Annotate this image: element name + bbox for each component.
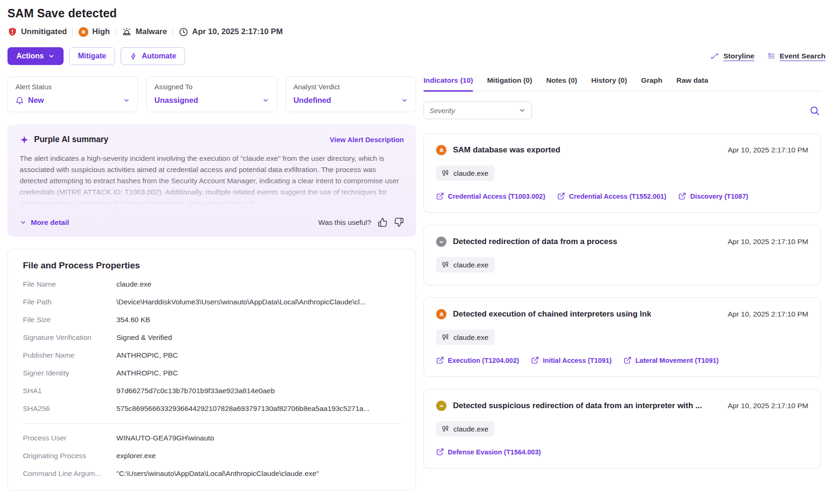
detection-time: Apr 10, 2025 2:17:10 PM xyxy=(192,27,283,36)
event-search-link[interactable]: Event Search xyxy=(767,51,826,61)
chevron-down-icon xyxy=(262,97,269,104)
indicator-card[interactable]: Detected suspicious redirection of data … xyxy=(424,389,821,468)
indicator-timestamp: Apr 10, 2025 2:17:10 PM xyxy=(728,310,808,318)
alert-status-value: New xyxy=(28,96,44,105)
property-row-originating-process: Originating Process explorer.exe xyxy=(17,447,406,465)
more-detail-toggle[interactable]: More detail xyxy=(20,218,69,227)
process-chip-label: claude.exe xyxy=(453,333,488,342)
indicator-title: SAM database was exported xyxy=(453,145,721,155)
mitigate-button[interactable]: Mitigate xyxy=(69,47,115,65)
external-link-icon xyxy=(436,192,444,200)
mitre-link-label: Initial Access (T1091) xyxy=(543,357,611,364)
process-chip[interactable]: claude.exe xyxy=(436,166,495,181)
process-chip[interactable]: claude.exe xyxy=(436,330,495,345)
process-chip[interactable]: claude.exe xyxy=(436,257,495,273)
indicator-timestamp: Apr 10, 2025 2:17:10 PM xyxy=(728,146,808,154)
mitre-technique-link[interactable]: Lateral Movement (T1091) xyxy=(624,356,718,364)
tab-notes[interactable]: Notes (0) xyxy=(546,76,577,85)
feedback-question: Was this useful? xyxy=(318,218,371,227)
mitre-link-label: Defense Evasion (T1564.003) xyxy=(448,448,541,456)
external-link-icon xyxy=(557,192,565,200)
footprints-icon xyxy=(441,169,450,178)
divider xyxy=(23,423,401,424)
alert-status-dropdown[interactable]: Alert Status New xyxy=(7,76,138,112)
mitre-technique-link[interactable]: Initial Access (T1091) xyxy=(531,356,611,364)
thumbs-up-button[interactable] xyxy=(378,217,388,227)
footprints-icon xyxy=(441,260,450,269)
property-row-command-line: Command Line Argum... "C:\Users\winauto\… xyxy=(17,465,406,482)
classification-badge: Malware xyxy=(122,27,167,37)
actions-button[interactable]: Actions xyxy=(7,47,64,65)
process-chip-label: claude.exe xyxy=(453,425,488,433)
external-link-icon xyxy=(436,356,444,364)
assigned-to-dropdown[interactable]: Assigned To Unassigned xyxy=(146,76,277,112)
indicator-timestamp: Apr 10, 2025 2:17:10 PM xyxy=(728,238,808,246)
mitre-technique-link[interactable]: Discovery (T1087) xyxy=(678,192,748,200)
detail-tabs: Indicators (10) Mitigation (0) Notes (0)… xyxy=(424,76,821,91)
analyst-verdict-dropdown[interactable]: Analyst Verdict Undefined xyxy=(286,76,416,112)
footprints-icon xyxy=(441,333,450,342)
tab-mitigation[interactable]: Mitigation (0) xyxy=(487,76,532,85)
divider xyxy=(172,28,173,36)
external-link-icon xyxy=(678,192,686,200)
severity-low-icon xyxy=(436,237,446,247)
bell-icon xyxy=(15,96,24,105)
mitre-link-label: Discovery (T1087) xyxy=(690,193,748,200)
mitigation-status-badge: Unmitigated xyxy=(7,27,67,37)
indicator-card[interactable]: Detected execution of chained interprete… xyxy=(424,297,821,377)
event-search-icon xyxy=(767,51,776,61)
mitre-link-label: Execution (T1204.002) xyxy=(448,357,519,364)
analyst-verdict-label: Analyst Verdict xyxy=(294,83,408,91)
left-column: Alert Status New Assigned To Unas xyxy=(7,76,416,490)
severity-medium-icon xyxy=(436,401,446,411)
tab-graph[interactable]: Graph xyxy=(641,76,662,85)
mitre-link-label: Credential Access (T1003.002) xyxy=(448,193,545,200)
mitre-technique-link[interactable]: Credential Access (T1003.002) xyxy=(436,192,545,200)
thumbs-down-button[interactable] xyxy=(394,217,404,227)
indicator-card[interactable]: SAM database was exported Apr 10, 2025 2… xyxy=(424,133,821,213)
tab-indicators[interactable]: Indicators (10) xyxy=(424,76,473,85)
process-chip[interactable]: claude.exe xyxy=(436,421,495,437)
detection-time-badge: Apr 10, 2025 2:17:10 PM xyxy=(179,27,283,37)
siren-icon xyxy=(122,27,132,37)
process-chip-label: claude.exe xyxy=(453,169,488,178)
indicator-timestamp: Apr 10, 2025 2:17:10 PM xyxy=(728,402,808,410)
right-column: Indicators (10) Mitigation (0) Notes (0)… xyxy=(424,76,826,490)
automate-button-label: Automate xyxy=(142,52,176,60)
storyline-link-label: Storyline xyxy=(723,52,754,60)
property-row-signer-identity: Signer Identity ANTHROPIC, PBC xyxy=(17,364,406,382)
purple-ai-summary-card: Purple AI summary View Alert Description… xyxy=(7,124,416,237)
property-row-file-name: File Name claude.exe xyxy=(17,275,406,293)
event-search-link-label: Event Search xyxy=(780,52,826,60)
chevron-down-icon xyxy=(401,97,408,104)
mitre-technique-link[interactable]: Execution (T1204.002) xyxy=(436,356,519,364)
lightning-icon xyxy=(129,52,137,60)
mitre-link-label: Credential Access (T1552.001) xyxy=(569,193,666,200)
mitre-technique-link[interactable]: Credential Access (T1552.001) xyxy=(557,192,666,200)
view-alert-description-link[interactable]: View Alert Description xyxy=(330,136,404,144)
mitre-technique-link[interactable]: Defense Evasion (T1564.003) xyxy=(436,448,541,456)
indicator-title: Detected redirection of data from a proc… xyxy=(453,237,721,246)
storyline-icon xyxy=(710,51,719,61)
indicator-title: Detected suspicious redirection of data … xyxy=(453,401,721,410)
tab-history[interactable]: History (0) xyxy=(591,76,627,85)
property-row-file-path: File Path \Device\HarddiskVolume3\Users\… xyxy=(17,293,406,311)
tab-raw-data[interactable]: Raw data xyxy=(676,76,708,85)
alert-status-label: Alert Status xyxy=(15,83,130,91)
severity-filter-placeholder: Severity xyxy=(430,107,455,115)
chevron-down-icon xyxy=(123,97,130,104)
severity-high-icon xyxy=(436,145,446,155)
automate-button[interactable]: Automate xyxy=(121,47,185,65)
storyline-link[interactable]: Storyline xyxy=(710,51,754,61)
indicators-filter-row: Severity xyxy=(424,101,821,119)
external-link-icon xyxy=(531,356,539,364)
ai-summary-title: Purple AI summary xyxy=(34,135,108,144)
shield-exclamation-icon xyxy=(7,27,17,37)
indicator-card[interactable]: Detected redirection of data from a proc… xyxy=(424,225,821,285)
search-icon[interactable] xyxy=(808,104,821,117)
severity-label: High xyxy=(92,27,110,36)
divider xyxy=(72,28,73,36)
severity-filter-select[interactable]: Severity xyxy=(424,101,532,119)
mitigate-button-label: Mitigate xyxy=(78,52,106,60)
sparkle-icon xyxy=(20,135,29,144)
